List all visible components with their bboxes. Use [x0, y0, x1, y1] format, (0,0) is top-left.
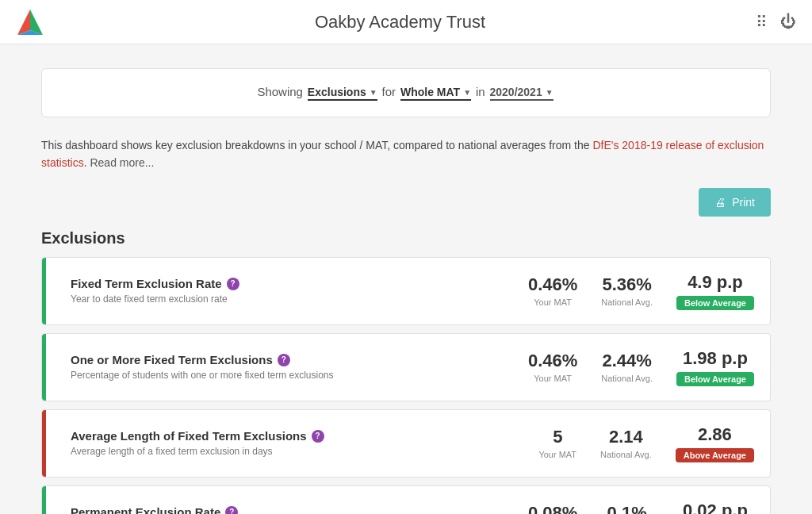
- your-mat-value-avg-length: 5: [538, 427, 576, 447]
- your-mat-value-fixed-term-rate: 0.46%: [528, 274, 577, 295]
- print-label: Print: [732, 196, 755, 209]
- diff-number-one-or-more: 1.98 p.p: [676, 348, 754, 369]
- description-text: This dashboard shows key exclusion break…: [41, 136, 771, 172]
- national-avg-label-one-or-more: National Avg.: [601, 374, 653, 383]
- national-avg-value-permanent-rate: 0.1%: [601, 503, 653, 514]
- metric-badge-fixed-term-rate: Below Average: [676, 296, 754, 310]
- metric-desc-one-or-more: Percentage of students with one or more …: [71, 370, 528, 381]
- your-mat-group-avg-length: 5 Your MAT: [538, 427, 576, 460]
- metric-desc-fixed-term-rate: Year to date fixed term exclusion rate: [71, 293, 528, 305]
- header: Oakby Academy Trust ⠿ ⏻: [0, 0, 812, 44]
- national-avg-group-fixed-term-rate: 5.36% National Avg.: [601, 274, 653, 308]
- metric-card-permanent-rate: Permanent Exclusion Rate ? Year to date …: [41, 485, 771, 514]
- national-avg-group-permanent-rate: 0.1% National Avg.: [601, 503, 653, 514]
- filter-bar: Showing Exclusions ▼ for Whole MAT ▼ in …: [41, 68, 771, 117]
- metric-help-icon-fixed-term-rate[interactable]: ?: [227, 278, 239, 290]
- national-avg-label-fixed-term-rate: National Avg.: [601, 297, 653, 307]
- metric-info-permanent-rate: Permanent Exclusion Rate ? Year to date …: [58, 505, 528, 514]
- whole-mat-chevron: ▼: [463, 88, 471, 97]
- metric-values-one-or-more: 0.46% Your MAT 2.44% National Avg. 1.98 …: [528, 348, 754, 386]
- your-mat-value-one-or-more: 0.46%: [528, 351, 577, 371]
- national-avg-group-avg-length: 2.14 National Avg.: [600, 427, 652, 460]
- national-avg-value-avg-length: 2.14: [600, 427, 652, 447]
- metric-values-permanent-rate: 0.08% Your MAT 0.1% National Avg. 0.02 p…: [528, 501, 754, 514]
- app-logo: [16, 8, 44, 36]
- whole-mat-label: Whole MAT: [400, 86, 460, 98]
- metric-name-fixed-term-rate: Fixed Term Exclusion Rate ?: [71, 277, 528, 290]
- whole-mat-dropdown[interactable]: Whole MAT ▼: [400, 86, 471, 101]
- metric-name-one-or-more: One or More Fixed Term Exclusions ?: [71, 353, 528, 366]
- year-label: 2020/2021: [490, 86, 542, 98]
- print-icon: 🖨: [714, 196, 726, 209]
- metric-diff-avg-length: 2.86 Above Average: [676, 424, 754, 462]
- metrics-list: Fixed Term Exclusion Rate ? Year to date…: [41, 257, 771, 514]
- metric-help-icon-avg-length[interactable]: ?: [312, 430, 324, 443]
- power-icon[interactable]: ⏻: [780, 13, 796, 31]
- national-avg-value-one-or-more: 2.44%: [601, 351, 653, 371]
- actions-bar: 🖨 Print: [41, 188, 771, 217]
- metric-info-one-or-more: One or More Fixed Term Exclusions ? Perc…: [58, 353, 528, 381]
- metric-info-avg-length: Average Length of Fixed Term Exclusions …: [58, 429, 538, 457]
- metric-card-one-or-more: One or More Fixed Term Exclusions ? Perc…: [41, 333, 771, 401]
- metric-diff-permanent-rate: 0.02 p.p Below Average: [676, 501, 754, 514]
- diff-number-fixed-term-rate: 4.9 p.p: [676, 272, 754, 293]
- metric-name-avg-length: Average Length of Fixed Term Exclusions …: [71, 429, 538, 443]
- for-label: for: [382, 85, 396, 98]
- metric-diff-one-or-more: 1.98 p.p Below Average: [676, 348, 754, 386]
- section-title: Exclusions: [41, 229, 771, 247]
- metric-name-permanent-rate: Permanent Exclusion Rate ?: [71, 505, 528, 514]
- metric-card-fixed-term-rate: Fixed Term Exclusion Rate ? Year to date…: [41, 257, 771, 325]
- print-button[interactable]: 🖨 Print: [699, 188, 771, 217]
- in-label: in: [476, 85, 485, 98]
- your-mat-group-permanent-rate: 0.08% Your MAT: [528, 503, 577, 514]
- metric-values-avg-length: 5 Your MAT 2.14 National Avg. 2.86 Above…: [538, 424, 754, 462]
- description-after: .: [84, 156, 87, 169]
- exclusions-dropdown[interactable]: Exclusions ▼: [308, 86, 377, 101]
- diff-number-permanent-rate: 0.02 p.p: [676, 501, 754, 514]
- metric-badge-one-or-more: Below Average: [676, 372, 754, 386]
- diff-number-avg-length: 2.86: [676, 424, 754, 445]
- showing-label: Showing: [257, 85, 303, 98]
- metric-diff-fixed-term-rate: 4.9 p.p Below Average: [676, 272, 754, 310]
- metric-card-avg-length: Average Length of Fixed Term Exclusions …: [41, 409, 771, 478]
- your-mat-value-permanent-rate: 0.08%: [528, 503, 577, 514]
- national-avg-value-fixed-term-rate: 5.36%: [601, 274, 653, 295]
- your-mat-label-avg-length: Your MAT: [538, 450, 576, 459]
- main-content: Showing Exclusions ▼ for Whole MAT ▼ in …: [25, 68, 787, 514]
- metric-desc-avg-length: Average length of a fixed term exclusion…: [71, 446, 538, 457]
- your-mat-group-fixed-term-rate: 0.46% Your MAT: [528, 274, 577, 308]
- your-mat-label-one-or-more: Your MAT: [534, 374, 572, 383]
- your-mat-label-fixed-term-rate: Your MAT: [534, 297, 572, 307]
- exclusions-chevron: ▼: [370, 88, 377, 97]
- metric-help-icon-one-or-more[interactable]: ?: [278, 354, 290, 366]
- read-more-link[interactable]: Read more...: [90, 156, 154, 169]
- year-dropdown[interactable]: 2020/2021 ▼: [490, 86, 553, 101]
- metric-badge-avg-length: Above Average: [676, 448, 754, 462]
- grid-icon[interactable]: ⠿: [756, 13, 768, 32]
- metric-help-icon-permanent-rate[interactable]: ?: [225, 506, 238, 514]
- your-mat-group-one-or-more: 0.46% Your MAT: [528, 351, 577, 384]
- page-title: Oakby Academy Trust: [44, 12, 756, 33]
- year-chevron: ▼: [546, 88, 553, 97]
- header-actions: ⠿ ⏻: [756, 13, 796, 32]
- metric-values-fixed-term-rate: 0.46% Your MAT 5.36% National Avg. 4.9 p…: [528, 272, 754, 310]
- national-avg-label-avg-length: National Avg.: [600, 450, 652, 459]
- national-avg-group-one-or-more: 2.44% National Avg.: [601, 351, 653, 384]
- exclusions-label: Exclusions: [308, 86, 366, 98]
- metric-info-fixed-term-rate: Fixed Term Exclusion Rate ? Year to date…: [58, 277, 528, 305]
- description-before: This dashboard shows key exclusion break…: [41, 139, 592, 152]
